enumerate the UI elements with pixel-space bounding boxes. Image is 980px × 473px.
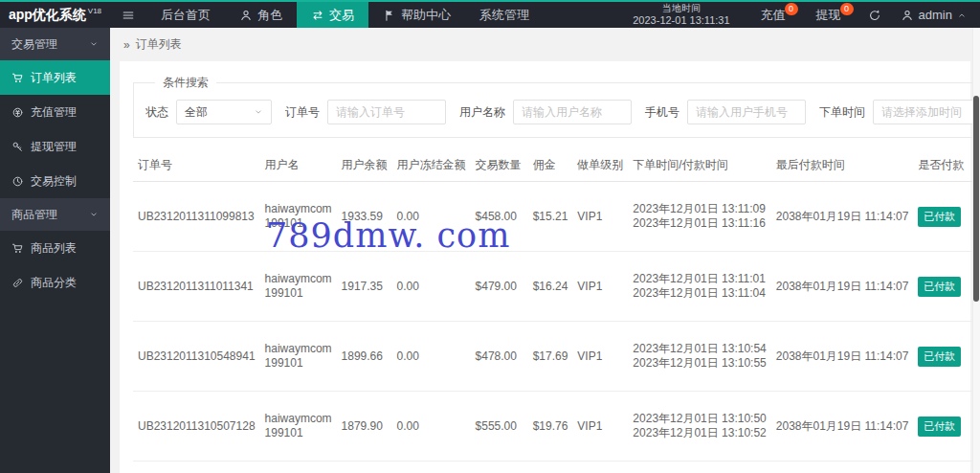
key-icon: [11, 141, 24, 153]
local-time: 当地时间 2023-12-01 13:11:31: [617, 2, 745, 28]
commission-cell: $17.42: [528, 462, 573, 473]
top-nav: 后台首页角色交易帮助中心系统管理: [146, 2, 544, 28]
hamburger-icon[interactable]: [110, 2, 146, 28]
coin-icon: [11, 106, 24, 119]
order-id-cell: UB2312011311011341: [133, 252, 260, 322]
balance-cell: 1879.90: [337, 392, 392, 462]
sidebar-item-label: 商品列表: [31, 240, 77, 257]
search-input[interactable]: [327, 100, 446, 124]
order-time-line1: 2023年12月01日 13:10:54: [633, 342, 766, 356]
order-time-cell: 2023年12月01日 13:10:542023年12月01日 13:10:55: [628, 322, 770, 392]
search-input[interactable]: [873, 100, 980, 124]
table-row: UB2312011310548941haiwaymcom1991011899.6…: [133, 322, 980, 392]
breadcrumb-arrow: »: [123, 38, 130, 52]
search-input[interactable]: [513, 100, 632, 124]
sidebar-group-header[interactable]: 商品管理: [0, 198, 110, 231]
nav-item-label: 系统管理: [479, 7, 529, 24]
search-field: 订单号: [285, 100, 446, 124]
search-input[interactable]: [687, 100, 806, 124]
balance-cell: 1899.66: [337, 322, 392, 392]
search-field-label: 下单时间: [819, 104, 865, 121]
username-cell: haiwaymcom199101: [260, 252, 337, 322]
admin-username: admin: [919, 8, 952, 22]
sidebar-item[interactable]: 商品列表: [0, 231, 110, 265]
recharge-link[interactable]: 充值 0: [746, 2, 801, 28]
sidebar: 交易管理订单列表充值管理提现管理交易控制商品管理商品列表商品分类: [0, 28, 110, 473]
sidebar-item[interactable]: 充值管理: [0, 95, 110, 129]
level-cell: VIP1: [572, 462, 628, 473]
top-header: app优化系统 V18 后台首页角色交易帮助中心系统管理 当地时间 2023-1…: [0, 2, 980, 28]
sidebar-item[interactable]: 订单列表: [0, 60, 110, 95]
paid-cell: 已付款: [913, 392, 969, 462]
status-select[interactable]: 全部: [176, 100, 272, 124]
order-time-cell: 2023年12月01日 13:11:092023年12月01日 13:11:16: [628, 182, 770, 252]
admin-menu[interactable]: admin: [893, 2, 980, 28]
sidebar-item[interactable]: 商品分类: [0, 265, 110, 300]
table-row: UB2312011311099813haiwaymcom1991011933.5…: [133, 182, 980, 252]
refresh-icon[interactable]: [857, 2, 893, 28]
sidebar-group-header[interactable]: 交易管理: [0, 28, 110, 60]
table-header-cell: 是否付款: [913, 149, 969, 182]
breadcrumb: » 订单列表: [110, 28, 972, 59]
last-pay-time-cell: 2038年01月19日 11:14:07: [771, 322, 914, 392]
username-line1: haiwaymcom: [265, 202, 332, 216]
sidebar-item-label: 提现管理: [31, 139, 77, 155]
flag-icon: [383, 9, 396, 22]
table-header-cell: 用户名: [260, 149, 337, 182]
level-cell: VIP1: [572, 392, 628, 462]
search-field-label: 用户名称: [459, 104, 505, 121]
header-right: 当地时间 2023-12-01 13:11:31 充值 0 提现 0 admin: [617, 2, 980, 28]
frozen-cell: 0.00: [392, 392, 471, 462]
table-header-cell: 交易数量: [471, 149, 528, 182]
username-line2: 199101: [265, 286, 332, 301]
nav-item[interactable]: 交易: [297, 2, 368, 28]
table-header-cell: 最后付款时间: [771, 149, 914, 182]
scrollbar-thumb[interactable]: [973, 96, 979, 302]
sidebar-group-label: 交易管理: [11, 36, 57, 53]
username-line2: 199101: [265, 426, 332, 440]
paid-badge: 已付款: [918, 207, 961, 227]
nav-item[interactable]: 后台首页: [146, 2, 225, 28]
exchange-icon: [311, 9, 324, 22]
order-id-cell: UB2312011310507128: [133, 392, 260, 462]
nav-item[interactable]: 帮助中心: [368, 2, 465, 28]
status-select-value: 全部: [185, 104, 208, 121]
order-time-cell: 2023年12月01日 13:11:012023年12月01日 13:11:04: [628, 252, 770, 322]
sidebar-item[interactable]: 交易控制: [0, 164, 110, 198]
order-list-card: 条件搜索 状态 全部 订单号用户名称手机号下单时间 搜 索: [120, 61, 970, 473]
sidebar-item-label: 订单列表: [31, 70, 77, 86]
order-id-cell: UB2312011310548941: [133, 322, 260, 392]
balance-cell: 1862.48: [337, 462, 392, 473]
paid-badge: 已付款: [918, 347, 961, 367]
search-field-label: 手机号: [645, 104, 679, 121]
search-field: 下单时间: [819, 100, 980, 124]
user-icon: [239, 9, 253, 22]
paid-cell: 已付款: [913, 462, 969, 473]
last-pay-time-cell: 2038年01月19日 11:14:07: [771, 182, 914, 252]
status-field: 状态 全部: [145, 100, 272, 124]
nav-item-label: 交易: [329, 7, 354, 24]
table-header-cell: 下单时间/付款时间: [628, 149, 770, 182]
order-time-cell: 2023年12月01日 13:10:482023年12月01日 13:10:49: [628, 462, 770, 473]
main-content: » 订单列表 条件搜索 状态 全部 订单号用户名称手机号下单时间: [110, 28, 980, 473]
chevron-down-icon: [89, 39, 99, 49]
cart-icon: [11, 72, 24, 84]
withdraw-link[interactable]: 提现 0: [801, 2, 857, 28]
status-label: 状态: [145, 104, 168, 121]
paid-cell: 已付款: [913, 182, 969, 252]
app-logo-version: V18: [88, 7, 101, 15]
chevron-down-icon: [89, 210, 99, 219]
level-cell: VIP1: [572, 322, 628, 392]
last-pay-time-cell: 2038年01月19日 11:14:07: [771, 252, 914, 322]
commission-cell: $15.21: [528, 182, 573, 252]
table-body: UB2312011311099813haiwaymcom1991011933.5…: [133, 182, 980, 473]
nav-item[interactable]: 系统管理: [465, 2, 544, 28]
order-time-line1: 2023年12月01日 13:10:50: [633, 412, 766, 426]
commission-cell: $19.76: [528, 392, 573, 462]
sidebar-group-label: 商品管理: [11, 207, 57, 223]
table-header-cell: 佣金: [528, 149, 573, 182]
nav-item[interactable]: 角色: [225, 2, 297, 28]
sidebar-item[interactable]: 提现管理: [0, 129, 110, 164]
sidebar-item-label: 充值管理: [31, 104, 77, 121]
paid-badge: 已付款: [918, 277, 961, 297]
